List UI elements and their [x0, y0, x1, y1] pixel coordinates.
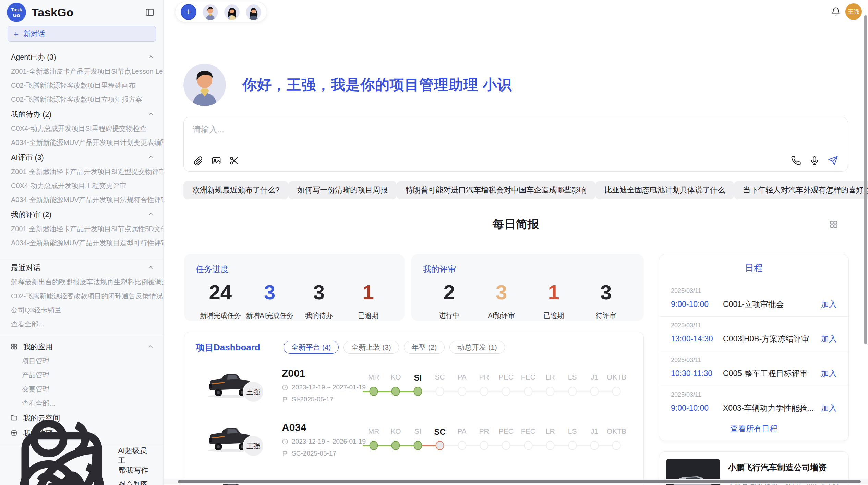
event-name: C001-立项审批会 — [723, 299, 821, 310]
view-all-conversations-link[interactable]: 查看全部... — [0, 317, 163, 331]
project-dashboard-card: 项目Dashboard 全新平台 (4)全新上装 (3)年型 (2)动总开发 (… — [184, 332, 644, 485]
stat-item: 3新增AI完成任务 — [245, 282, 294, 320]
event-row: 9:00-10:00C001-立项审批会加入 — [671, 299, 837, 310]
agent-avatar-1[interactable] — [203, 4, 218, 20]
sidebar-section-header[interactable]: AI评审 (3) — [0, 150, 163, 165]
recent-conversation-item[interactable]: 解释最新出台的欧盟报废车法规再生塑料比例被调至15%... — [0, 275, 163, 289]
app-item[interactable]: 变更管理 — [0, 382, 163, 396]
sidebar-task-item[interactable]: Z001-全新燃油轻卡产品开发项目SI造型提交物评审 — [0, 165, 163, 179]
stat-label: 新增完成任务 — [196, 311, 245, 320]
join-event-button[interactable]: 加入 — [821, 368, 837, 379]
join-event-button[interactable]: 加入 — [821, 403, 837, 413]
send-message-icon[interactable] — [828, 156, 838, 166]
suggestion-chip[interactable]: 当下年轻人对汽车外观有怎样的喜好趋势 — [734, 181, 868, 199]
milestone-label: LS — [568, 427, 577, 435]
event-name: C005-整车工程目标评审 — [723, 368, 821, 379]
milestone-label: J1 — [591, 427, 598, 435]
dashboard-header: 项目Dashboard 全新平台 (4)全新上装 (3)年型 (2)动总开发 (… — [184, 332, 643, 354]
sidebar-section-title: 我的评审 (2) — [11, 210, 147, 220]
agent-avatar-3[interactable] — [246, 4, 261, 20]
flag-icon — [282, 450, 288, 457]
project-flag-milestone: SI-2025-05-17 — [282, 396, 366, 403]
my-apps-header[interactable]: 我的应用 — [0, 339, 163, 354]
event-row: 13:00-14:30C003|H0B-方案冻结评审加入 — [671, 334, 837, 344]
layout-grid-icon[interactable] — [829, 220, 839, 229]
dashboard-title: 项目Dashboard — [196, 341, 260, 353]
sidebar-task-item[interactable]: C02-飞腾新能源轻客改款项目里程碑画布 — [0, 78, 163, 92]
sidebar-task-item[interactable]: A034-全新新能源MUV产品开发项目法规符合性评审 — [0, 193, 163, 207]
milestone-label: PEC — [499, 373, 514, 381]
logo-text-bottom: Go — [13, 12, 20, 18]
recent-conversations-header[interactable]: 最近对话 — [0, 260, 163, 275]
add-agent-button[interactable]: + — [181, 4, 196, 20]
flag-text: SI-2025-05-17 — [292, 396, 333, 403]
plus-icon: + — [13, 29, 19, 38]
recent-conversation-item[interactable]: C02-飞腾新能源轻客改款项目的闭环通告反馈情况 — [0, 289, 163, 303]
microphone-icon[interactable] — [809, 156, 820, 166]
sidebar-task-item[interactable]: C0X4-动力总成开发项目SI里程碑提交物检查 — [0, 122, 163, 136]
vertical-scrollbar[interactable] — [864, 15, 867, 344]
my-apps-title: 我的应用 — [23, 342, 142, 352]
chat-input[interactable] — [193, 124, 707, 146]
daily-brief-card: 我的评审2进行中3AI预评审1已逾期3待评审 — [411, 254, 644, 321]
image-upload-icon[interactable] — [211, 156, 221, 166]
new-chat-button[interactable]: + 新对话 — [8, 26, 156, 42]
user-avatar[interactable]: 王强 — [845, 3, 862, 20]
composer-left-icons — [193, 156, 239, 166]
sidebar-task-item[interactable]: A034-全新新能源MUV产品开发项目造型可行性评审 — [0, 236, 163, 250]
stat-label: 进行中 — [423, 311, 475, 320]
app-item[interactable]: 项目管理 — [0, 354, 163, 368]
event-date: 2025/03/11 — [671, 357, 837, 364]
dashboard-filter-pill[interactable]: 年型 (2) — [404, 341, 445, 354]
milestone-dot — [590, 387, 599, 396]
attachment-icon[interactable] — [193, 156, 204, 166]
horizontal-scrollbar[interactable] — [178, 480, 861, 483]
sidebar-task-item[interactable]: Z001-全新燃油皮卡产品开发项目SI节点Lesson Learn报告 — [0, 64, 163, 78]
notification-bell-icon[interactable] — [831, 7, 841, 16]
dashboard-filter-pill[interactable]: 动总开发 (1) — [449, 341, 505, 354]
suggestion-chip[interactable]: 比亚迪全固态电池计划具体说了什么 — [595, 181, 734, 199]
view-all-schedule-link[interactable]: 查看所有日程 — [659, 423, 848, 434]
join-event-button[interactable]: 加入 — [821, 299, 837, 310]
stat-label: 我的待办 — [294, 311, 344, 320]
sidebar-tool-label: 创意制图 — [119, 480, 148, 485]
stat-item: 3待评审 — [580, 282, 632, 320]
stat-columns: 2进行中3AI预评审1已逾期3待评审 — [423, 282, 632, 320]
sidebar-task-item[interactable]: C0X4-动力总成开发项目工程变更评审 — [0, 179, 163, 193]
suggestion-chip[interactable]: 如何写一份清晰的项目周报 — [288, 181, 397, 199]
sidebar-task-item[interactable]: Z001-全新燃油轻卡产品开发项目SI节点属性5D文件评审 — [0, 222, 163, 236]
dashboard-filter-pill[interactable]: 全新上装 (3) — [343, 341, 399, 354]
milestone-dot — [458, 441, 466, 450]
sidebar-tool-item[interactable]: 创意制图 — [0, 477, 163, 485]
sidebar-section-header[interactable]: 我的待办 (2) — [0, 107, 163, 122]
daily-brief-card: 任务进度24新增完成任务3新增AI完成任务3我的待办1已逾期 — [184, 254, 405, 321]
daily-brief-cards: 任务进度24新增完成任务3新增AI完成任务3我的待办1已逾期我的评审2进行中3A… — [184, 254, 644, 321]
flag-icon — [282, 396, 288, 403]
event-name: X003-车辆动力学性能验... — [723, 403, 821, 413]
dashboard-filter-pill[interactable]: 全新平台 (4) — [284, 341, 339, 354]
milestone-dot — [568, 441, 577, 450]
agent-avatar-2[interactable] — [224, 4, 240, 20]
app-logo: Task Go — [7, 3, 26, 22]
phone-call-icon[interactable] — [791, 156, 801, 166]
sidebar-task-item[interactable]: A034-全新新能源MUV产品开发项目计划变更表编写 — [0, 136, 163, 150]
project-code: A034 — [282, 422, 366, 433]
sidebar-section-header[interactable]: 我的评审 (2) — [0, 207, 163, 222]
milestone-dot — [612, 387, 621, 396]
suggestion-chip[interactable]: 特朗普可能对进口汽车增税会对中国车企造成哪些影响 — [397, 181, 595, 199]
chevron-up-icon — [147, 343, 154, 350]
schedule-card: 日程 2025/03/119:00-10:00C001-立项审批会加入2025/… — [659, 254, 849, 441]
stat-label: 已逾期 — [343, 311, 393, 320]
sidebar-task-item[interactable]: C02-飞腾新能源轻客改款项目立项汇报方案 — [0, 92, 163, 107]
sidebar-collapse-icon[interactable] — [145, 8, 155, 17]
join-event-button[interactable]: 加入 — [821, 334, 837, 344]
app-item[interactable]: 产品管理 — [0, 368, 163, 382]
suggestion-chip[interactable]: 欧洲新规最近颁布了什么? — [183, 181, 288, 199]
milestone-label: SI — [414, 427, 421, 435]
sidebar-section-header[interactable]: Agent已办 (3) — [0, 49, 163, 64]
screenshot-scissors-icon[interactable] — [229, 156, 239, 166]
event-date: 2025/03/11 — [671, 322, 837, 329]
milestone-dot — [612, 441, 621, 450]
recent-conversation-item[interactable]: 公司Q3轻卡销量 — [0, 303, 163, 317]
greeting-text: 你好，王强，我是你的项目管理助理 小识 — [242, 75, 512, 95]
